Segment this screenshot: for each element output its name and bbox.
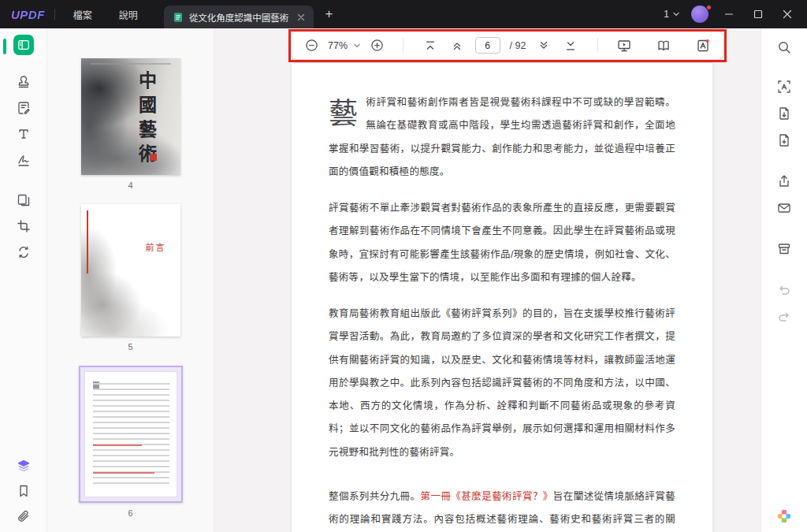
cover-seal (150, 154, 157, 161)
edit-text-icon[interactable] (12, 123, 35, 145)
zoom-level[interactable]: 77% (328, 40, 348, 51)
page-thumbnail-6 (84, 371, 177, 497)
page-count: / 92 (510, 40, 526, 51)
presentation-icon[interactable] (615, 36, 633, 55)
right-tool-rail (761, 28, 807, 532)
zoom-in-icon[interactable] (368, 36, 385, 55)
tab-close-icon[interactable] (297, 13, 305, 21)
left-tool-rail (0, 28, 47, 532)
organize-pages-icon[interactable] (12, 189, 35, 211)
mini-red-line (93, 445, 142, 446)
updf-logo: UPDF (11, 8, 45, 21)
layers-icon[interactable] (12, 455, 35, 477)
convert-icon[interactable] (12, 241, 35, 263)
pdf-page: 藝術評賞和藝術創作兩者皆是視覺藝術科課程中不可或缺的學習範疇。無論在基礎教育或高… (292, 63, 712, 532)
scroll-to-bottom-icon[interactable] (562, 36, 579, 55)
cover-subtitle-line (91, 63, 171, 65)
tab-count-dropdown[interactable]: 1 (664, 9, 679, 20)
search-icon[interactable] (772, 36, 796, 58)
preface-artwork (81, 204, 180, 337)
close-window-button[interactable] (779, 6, 796, 23)
preface-label: 前言 (146, 240, 166, 253)
left-rail-bottom (12, 455, 35, 532)
next-page-icon[interactable] (535, 36, 552, 55)
tab-title: 從文化角度認識中國藝術 (189, 11, 289, 24)
document-paragraph: 整個系列共分九冊。第一冊《甚麼是藝術評賞？》旨在闡述從情境脈絡評賞藝術的理論和實… (329, 485, 675, 532)
extract-icon[interactable] (772, 129, 796, 151)
document-tab[interactable]: 從文化角度認識中國藝術 (164, 6, 314, 28)
toolbar-divider (597, 39, 598, 53)
reading-mode-icon[interactable] (655, 36, 672, 55)
topbar-divider (54, 9, 55, 20)
translate-icon[interactable] (694, 36, 712, 55)
stamp-icon[interactable] (12, 71, 35, 93)
toolbar-divider (403, 39, 404, 53)
mail-icon[interactable] (772, 197, 796, 219)
thumbnail-page-number: 6 (128, 508, 132, 518)
page-thumbnail-5[interactable]: 前言 (81, 204, 180, 337)
thumbnail-page-number: 4 (128, 180, 132, 190)
ocr-icon[interactable] (772, 76, 796, 98)
topbar: UPDF 檔案 說明 從文化角度認識中國藝術 + 1 (0, 0, 807, 28)
document-icon (173, 12, 184, 23)
page-thumbnail-6-selected[interactable] (79, 366, 183, 503)
notification-badge (706, 5, 712, 10)
document-paragraph: 教育局藝術教育組出版此《藝術評賞系列》的目的，旨在支援學校推行藝術評賞學習活動。… (329, 303, 675, 464)
preface-red-rule (87, 210, 88, 273)
ai-assistant-icon[interactable] (772, 505, 796, 527)
crop-icon[interactable] (12, 215, 35, 237)
chevron-down-icon (673, 12, 679, 17)
thumbnail-page-number: 5 (128, 342, 132, 352)
thumbnail-panel: 中國藝術 4 前言 5 6 (47, 28, 214, 532)
document-viewer: 藝術評賞和藝術創作兩者皆是視覺藝術科課程中不可或缺的學習範疇。無論在基礎教育或高… (214, 28, 761, 532)
viewer-toolbar: 77% 6 / 92 (292, 32, 723, 59)
menu-help[interactable]: 說明 (106, 8, 151, 21)
zoom-out-icon[interactable] (303, 36, 320, 55)
dropcap: 藝 (329, 94, 358, 136)
document-paragraph: 評賞藝術不單止牽涉觀賞者對藝術作品的表象所產生的直接反應，更需要觀賞者理解到藝術… (329, 197, 675, 289)
redo-icon[interactable] (772, 306, 796, 328)
page-thumbnail-4[interactable]: 中國藝術 (81, 58, 180, 175)
topbar-right: 1 (664, 6, 807, 23)
tab-count-value: 1 (664, 9, 669, 20)
undo-icon[interactable] (772, 279, 796, 301)
maximize-button[interactable] (749, 6, 767, 23)
page-number-input[interactable]: 6 (475, 37, 500, 54)
mini-red-line (93, 472, 154, 474)
save-icon[interactable] (772, 238, 796, 260)
scroll-to-top-icon[interactable] (422, 36, 439, 55)
menu-file[interactable]: 檔案 (60, 8, 106, 21)
comment-icon[interactable] (12, 97, 35, 119)
avatar[interactable] (691, 6, 708, 23)
export-icon[interactable] (772, 102, 796, 125)
cover-artwork (81, 58, 180, 175)
share-icon[interactable] (772, 170, 796, 192)
active-tool-indicator (3, 39, 6, 54)
thumbnail-panel-icon[interactable] (13, 35, 34, 55)
attachment-icon[interactable] (12, 505, 35, 527)
red-highlight-text: 第一冊《甚麼是藝術評賞？》 (421, 491, 553, 502)
new-tab-button[interactable]: + (325, 6, 333, 22)
page-text: 藝術評賞和藝術創作兩者皆是視覺藝術科課程中不可或缺的學習範疇。無論在基礎教育或高… (292, 63, 712, 532)
bookmark-icon[interactable] (12, 480, 35, 502)
document-paragraph: 藝術評賞和藝術創作兩者皆是視覺藝術科課程中不可或缺的學習範疇。無論在基礎教育或高… (329, 91, 675, 184)
minimize-button[interactable] (720, 6, 738, 23)
signature-icon[interactable] (12, 149, 35, 171)
zoom-dropdown-caret-icon[interactable] (354, 43, 360, 48)
previous-page-icon[interactable] (448, 36, 466, 55)
